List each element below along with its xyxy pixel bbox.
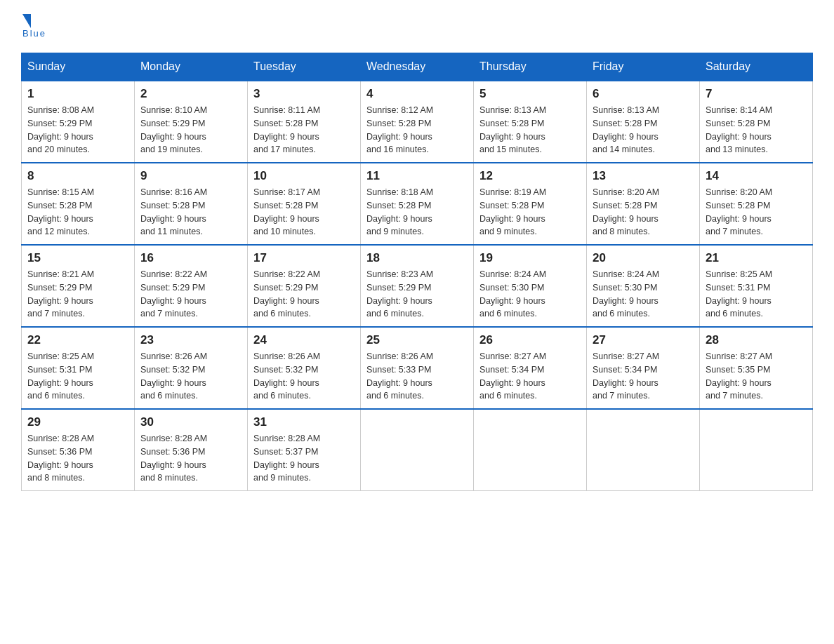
- day-info: Sunrise: 8:28 AMSunset: 5:36 PMDaylight:…: [27, 434, 94, 483]
- weekday-header-row: SundayMondayTuesdayWednesdayThursdayFrid…: [22, 53, 813, 81]
- day-number: 7: [706, 87, 807, 101]
- weekday-header-sunday: Sunday: [22, 53, 135, 81]
- calendar-week-row: 22 Sunrise: 8:25 AMSunset: 5:31 PMDaylig…: [22, 327, 813, 409]
- weekday-header-friday: Friday: [587, 53, 700, 81]
- day-info: Sunrise: 8:25 AMSunset: 5:31 PMDaylight:…: [27, 351, 94, 401]
- calendar-day-cell: 9 Sunrise: 8:16 AMSunset: 5:28 PMDayligh…: [135, 163, 248, 245]
- calendar-day-cell: 12 Sunrise: 8:19 AMSunset: 5:28 PMDaylig…: [474, 163, 587, 245]
- calendar-day-cell: 6 Sunrise: 8:13 AMSunset: 5:28 PMDayligh…: [587, 81, 700, 163]
- day-info: Sunrise: 8:26 AMSunset: 5:32 PMDaylight:…: [253, 351, 320, 401]
- calendar-day-cell: 15 Sunrise: 8:21 AMSunset: 5:29 PMDaylig…: [22, 245, 135, 327]
- day-number: 18: [366, 251, 468, 265]
- calendar-week-row: 1 Sunrise: 8:08 AMSunset: 5:29 PMDayligh…: [22, 81, 813, 163]
- logo-tagline: Blue: [22, 28, 46, 39]
- day-info: Sunrise: 8:20 AMSunset: 5:28 PMDaylight:…: [593, 187, 659, 236]
- day-info: Sunrise: 8:20 AMSunset: 5:28 PMDaylight:…: [706, 187, 772, 236]
- calendar-day-cell: 20 Sunrise: 8:24 AMSunset: 5:30 PMDaylig…: [587, 245, 700, 327]
- calendar-day-cell: 17 Sunrise: 8:22 AMSunset: 5:29 PMDaylig…: [248, 245, 361, 327]
- day-info: Sunrise: 8:15 AMSunset: 5:28 PMDaylight:…: [27, 187, 94, 236]
- calendar-day-cell: 13 Sunrise: 8:20 AMSunset: 5:28 PMDaylig…: [587, 163, 700, 245]
- calendar-day-cell: 5 Sunrise: 8:13 AMSunset: 5:28 PMDayligh…: [474, 81, 587, 163]
- day-number: 2: [140, 87, 241, 101]
- calendar-day-cell: 30 Sunrise: 8:28 AMSunset: 5:36 PMDaylig…: [135, 409, 248, 491]
- calendar-day-cell: 31 Sunrise: 8:28 AMSunset: 5:37 PMDaylig…: [248, 409, 361, 491]
- day-number: 30: [140, 415, 241, 429]
- calendar-day-cell: 18 Sunrise: 8:23 AMSunset: 5:29 PMDaylig…: [361, 245, 474, 327]
- calendar-day-cell: 19 Sunrise: 8:24 AMSunset: 5:30 PMDaylig…: [474, 245, 587, 327]
- day-number: 31: [253, 415, 355, 429]
- day-info: Sunrise: 8:10 AMSunset: 5:29 PMDaylight:…: [140, 105, 207, 154]
- day-number: 28: [706, 333, 807, 347]
- calendar-day-cell: 23 Sunrise: 8:26 AMSunset: 5:32 PMDaylig…: [135, 327, 248, 409]
- day-number: 20: [593, 251, 694, 265]
- day-info: Sunrise: 8:12 AMSunset: 5:28 PMDaylight:…: [366, 105, 433, 154]
- day-number: 26: [479, 333, 581, 347]
- day-number: 14: [706, 169, 807, 183]
- day-info: Sunrise: 8:19 AMSunset: 5:28 PMDaylight:…: [479, 187, 546, 236]
- calendar-day-cell: 11 Sunrise: 8:18 AMSunset: 5:28 PMDaylig…: [361, 163, 474, 245]
- calendar-week-row: 29 Sunrise: 8:28 AMSunset: 5:36 PMDaylig…: [22, 409, 813, 491]
- day-number: 21: [706, 251, 807, 265]
- calendar-day-cell: 29 Sunrise: 8:28 AMSunset: 5:36 PMDaylig…: [22, 409, 135, 491]
- day-info: Sunrise: 8:27 AMSunset: 5:34 PMDaylight:…: [479, 351, 546, 401]
- day-number: 17: [253, 251, 355, 265]
- day-number: 29: [27, 415, 128, 429]
- day-number: 13: [593, 169, 694, 183]
- day-number: 15: [27, 251, 128, 265]
- day-number: 24: [253, 333, 355, 347]
- day-info: Sunrise: 8:23 AMSunset: 5:29 PMDaylight:…: [366, 269, 433, 318]
- calendar-day-cell: [474, 409, 587, 491]
- day-info: Sunrise: 8:28 AMSunset: 5:37 PMDaylight:…: [253, 434, 320, 483]
- calendar-day-cell: 3 Sunrise: 8:11 AMSunset: 5:28 PMDayligh…: [248, 81, 361, 163]
- day-info: Sunrise: 8:18 AMSunset: 5:28 PMDaylight:…: [366, 187, 433, 236]
- day-number: 9: [140, 169, 241, 183]
- day-number: 27: [593, 333, 694, 347]
- calendar-day-cell: 21 Sunrise: 8:25 AMSunset: 5:31 PMDaylig…: [700, 245, 813, 327]
- day-number: 23: [140, 333, 241, 347]
- calendar-day-cell: 27 Sunrise: 8:27 AMSunset: 5:34 PMDaylig…: [587, 327, 700, 409]
- day-number: 11: [366, 169, 468, 183]
- day-info: Sunrise: 8:24 AMSunset: 5:30 PMDaylight:…: [593, 269, 659, 318]
- day-number: 6: [593, 87, 694, 101]
- logo: Blue: [21, 14, 46, 39]
- weekday-header-wednesday: Wednesday: [361, 53, 474, 81]
- day-info: Sunrise: 8:13 AMSunset: 5:28 PMDaylight:…: [593, 105, 659, 154]
- calendar-day-cell: 24 Sunrise: 8:26 AMSunset: 5:32 PMDaylig…: [248, 327, 361, 409]
- calendar-day-cell: [361, 409, 474, 491]
- day-info: Sunrise: 8:28 AMSunset: 5:36 PMDaylight:…: [140, 434, 207, 483]
- weekday-header-thursday: Thursday: [474, 53, 587, 81]
- calendar-day-cell: 1 Sunrise: 8:08 AMSunset: 5:29 PMDayligh…: [22, 81, 135, 163]
- calendar-day-cell: 28 Sunrise: 8:27 AMSunset: 5:35 PMDaylig…: [700, 327, 813, 409]
- day-number: 19: [479, 251, 581, 265]
- calendar-week-row: 15 Sunrise: 8:21 AMSunset: 5:29 PMDaylig…: [22, 245, 813, 327]
- day-number: 4: [366, 87, 468, 101]
- day-number: 8: [27, 169, 128, 183]
- calendar-table: SundayMondayTuesdayWednesdayThursdayFrid…: [21, 53, 813, 491]
- day-info: Sunrise: 8:27 AMSunset: 5:35 PMDaylight:…: [706, 351, 772, 401]
- calendar-day-cell: 2 Sunrise: 8:10 AMSunset: 5:29 PMDayligh…: [135, 81, 248, 163]
- day-info: Sunrise: 8:27 AMSunset: 5:34 PMDaylight:…: [593, 351, 659, 401]
- calendar-day-cell: 14 Sunrise: 8:20 AMSunset: 5:28 PMDaylig…: [700, 163, 813, 245]
- day-info: Sunrise: 8:21 AMSunset: 5:29 PMDaylight:…: [27, 269, 94, 318]
- day-number: 3: [253, 87, 355, 101]
- day-number: 1: [27, 87, 128, 101]
- day-number: 25: [366, 333, 468, 347]
- day-info: Sunrise: 8:08 AMSunset: 5:29 PMDaylight:…: [27, 105, 94, 154]
- day-info: Sunrise: 8:22 AMSunset: 5:29 PMDaylight:…: [253, 269, 320, 318]
- day-info: Sunrise: 8:11 AMSunset: 5:28 PMDaylight:…: [253, 105, 320, 154]
- day-number: 12: [479, 169, 581, 183]
- day-info: Sunrise: 8:16 AMSunset: 5:28 PMDaylight:…: [140, 187, 207, 236]
- calendar-day-cell: 7 Sunrise: 8:14 AMSunset: 5:28 PMDayligh…: [700, 81, 813, 163]
- day-number: 22: [27, 333, 128, 347]
- day-info: Sunrise: 8:13 AMSunset: 5:28 PMDaylight:…: [479, 105, 546, 154]
- calendar-day-cell: 10 Sunrise: 8:17 AMSunset: 5:28 PMDaylig…: [248, 163, 361, 245]
- day-number: 16: [140, 251, 241, 265]
- day-info: Sunrise: 8:26 AMSunset: 5:32 PMDaylight:…: [140, 351, 207, 401]
- weekday-header-monday: Monday: [135, 53, 248, 81]
- calendar-day-cell: [587, 409, 700, 491]
- weekday-header-tuesday: Tuesday: [248, 53, 361, 81]
- page-header: Blue: [21, 14, 813, 39]
- weekday-header-saturday: Saturday: [700, 53, 813, 81]
- calendar-day-cell: 8 Sunrise: 8:15 AMSunset: 5:28 PMDayligh…: [22, 163, 135, 245]
- day-number: 10: [253, 169, 355, 183]
